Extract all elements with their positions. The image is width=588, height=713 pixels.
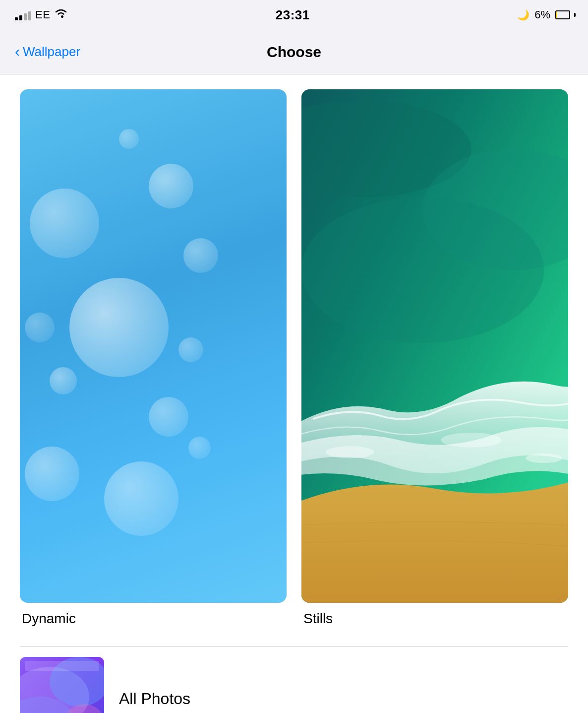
back-label: Wallpaper	[23, 44, 80, 60]
wifi-icon	[54, 8, 68, 22]
battery-body	[555, 10, 570, 19]
all-photos-row[interactable]: All Photos	[20, 647, 568, 713]
svg-point-5	[441, 433, 501, 447]
status-bar: EE 23:31 🌙 6%	[0, 0, 588, 30]
signal-bar-1	[15, 17, 18, 20]
moon-icon: 🌙	[517, 9, 529, 21]
stills-thumbnail	[301, 89, 568, 603]
wallpaper-grid: Dynamic	[20, 89, 568, 627]
battery-tip	[574, 13, 576, 17]
back-chevron-icon: ‹	[15, 44, 20, 59]
status-right: 🌙 6%	[517, 8, 573, 21]
status-time: 23:31	[276, 7, 310, 23]
svg-rect-11	[25, 661, 99, 671]
wallpaper-item-stills[interactable]: Stills	[301, 89, 568, 627]
nav-bar: ‹ Wallpaper Choose	[0, 30, 588, 74]
battery-percent: 6%	[534, 8, 550, 21]
dynamic-label: Dynamic	[20, 611, 287, 627]
signal-bar-4	[28, 11, 31, 20]
battery-icon	[555, 10, 573, 19]
signal-bar-2	[19, 15, 22, 20]
wallpaper-item-dynamic[interactable]: Dynamic	[20, 89, 287, 627]
svg-point-6	[526, 454, 562, 463]
carrier-text: EE	[35, 8, 50, 21]
dynamic-wallpaper-bg	[20, 89, 287, 603]
battery-fill	[556, 11, 557, 18]
stills-wallpaper-bg	[301, 89, 568, 603]
all-photos-label: All Photos	[119, 690, 190, 708]
page-title: Choose	[267, 44, 321, 61]
status-left: EE	[15, 8, 68, 22]
main-content: Dynamic	[0, 74, 588, 713]
all-photos-thumbnail	[20, 657, 104, 713]
svg-point-3	[301, 197, 544, 343]
back-button[interactable]: ‹ Wallpaper	[15, 44, 80, 60]
signal-bar-3	[24, 13, 27, 20]
stills-label: Stills	[301, 611, 568, 627]
dynamic-thumbnail	[20, 89, 287, 603]
signal-bars	[15, 9, 31, 20]
svg-point-4	[326, 446, 374, 458]
